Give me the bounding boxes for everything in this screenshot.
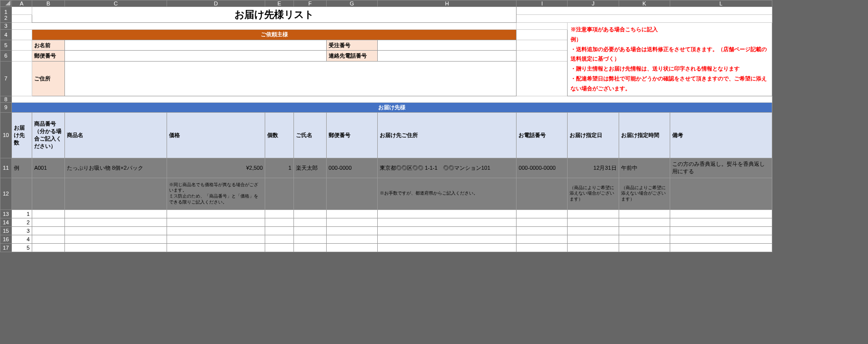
col-header-B[interactable]: B bbox=[32, 0, 64, 7]
col-header-F[interactable]: F bbox=[293, 0, 326, 7]
cell[interactable] bbox=[293, 243, 326, 252]
cell[interactable] bbox=[64, 218, 167, 226]
cell[interactable] bbox=[167, 226, 265, 235]
col-header-E[interactable]: E bbox=[265, 0, 294, 7]
row-header-15[interactable]: 15 bbox=[0, 226, 12, 235]
rownum-1[interactable]: 1 bbox=[11, 209, 32, 218]
row-header-16[interactable]: 16 bbox=[0, 235, 12, 243]
row-header-14[interactable]: 14 bbox=[0, 218, 12, 226]
cell[interactable] bbox=[293, 226, 326, 235]
cell-A4[interactable] bbox=[11, 29, 32, 40]
cell[interactable] bbox=[568, 243, 619, 252]
cell-I2[interactable] bbox=[517, 15, 772, 23]
cell[interactable] bbox=[619, 235, 670, 243]
col-header-D[interactable]: D bbox=[167, 0, 265, 7]
cell[interactable] bbox=[64, 226, 167, 235]
cell[interactable] bbox=[293, 209, 326, 218]
cell[interactable] bbox=[517, 209, 568, 218]
row-header-13[interactable]: 13 bbox=[0, 209, 12, 218]
rownum-3[interactable]: 3 bbox=[11, 226, 32, 235]
col-header-J[interactable]: J bbox=[568, 0, 619, 7]
cell[interactable] bbox=[619, 226, 670, 235]
cell[interactable] bbox=[265, 209, 294, 218]
cell[interactable] bbox=[167, 235, 265, 243]
cell-I5[interactable] bbox=[517, 40, 568, 51]
cell[interactable] bbox=[167, 218, 265, 226]
cell-A3[interactable] bbox=[11, 23, 517, 30]
cell-I1[interactable] bbox=[517, 7, 772, 15]
cell[interactable] bbox=[377, 226, 516, 235]
cell-I3[interactable] bbox=[517, 23, 568, 30]
name-input[interactable] bbox=[64, 40, 326, 51]
title[interactable]: お届け先様リスト bbox=[32, 7, 516, 23]
cell[interactable] bbox=[64, 243, 167, 252]
row-header-6[interactable]: 6 bbox=[0, 51, 12, 61]
cell-A2[interactable] bbox=[11, 15, 32, 23]
cell[interactable] bbox=[265, 235, 294, 243]
row-header-12[interactable]: 12 bbox=[0, 178, 12, 209]
cell[interactable] bbox=[670, 209, 772, 218]
col-header-I[interactable]: I bbox=[517, 0, 568, 7]
rownum-5[interactable]: 5 bbox=[11, 243, 32, 252]
spreadsheet-grid[interactable]: A B C D E F G H I J K L 12 お届け先様リスト 3 ※注… bbox=[0, 0, 772, 252]
row-header-3[interactable]: 3 bbox=[0, 23, 12, 30]
cell[interactable] bbox=[517, 235, 568, 243]
cell-A7[interactable] bbox=[11, 61, 32, 96]
cell[interactable] bbox=[326, 243, 377, 252]
row-header-17[interactable]: 17 bbox=[0, 243, 12, 252]
cell[interactable] bbox=[619, 243, 670, 252]
cell[interactable] bbox=[293, 218, 326, 226]
cell[interactable] bbox=[326, 218, 377, 226]
zip-input[interactable] bbox=[64, 51, 326, 61]
row-header-11[interactable]: 11 bbox=[0, 158, 12, 178]
cell[interactable] bbox=[568, 218, 619, 226]
cell[interactable] bbox=[326, 209, 377, 218]
col-header-H[interactable]: H bbox=[377, 0, 516, 7]
recipient-header[interactable]: お届け先様 bbox=[11, 102, 772, 112]
order-input[interactable] bbox=[377, 40, 516, 51]
col-header-G[interactable]: G bbox=[326, 0, 377, 7]
cell-I6[interactable] bbox=[517, 51, 568, 61]
row-header-4[interactable]: 4 bbox=[0, 29, 12, 40]
addr-input[interactable] bbox=[64, 61, 516, 96]
cell[interactable] bbox=[670, 243, 772, 252]
cell-I4[interactable] bbox=[517, 29, 568, 40]
cell[interactable] bbox=[619, 209, 670, 218]
cell[interactable] bbox=[517, 243, 568, 252]
table-row[interactable]: 15 3 bbox=[0, 226, 772, 235]
row-header-1-2[interactable]: 12 bbox=[0, 7, 12, 23]
rownum-2[interactable]: 2 bbox=[11, 218, 32, 226]
cell[interactable] bbox=[167, 243, 265, 252]
phone-input[interactable] bbox=[377, 51, 516, 61]
cell[interactable] bbox=[265, 243, 294, 252]
table-row[interactable]: 14 2 bbox=[0, 218, 772, 226]
col-header-C[interactable]: C bbox=[64, 0, 167, 7]
notice-box[interactable]: ※注意事項がある場合こちらに記入 例） ・送料追加の必要がある場合は送料修正をさ… bbox=[568, 23, 772, 96]
cell[interactable] bbox=[670, 235, 772, 243]
requester-header[interactable]: ご依頼主様 bbox=[32, 29, 516, 40]
rownum-4[interactable]: 4 bbox=[11, 235, 32, 243]
row-header-5[interactable]: 5 bbox=[0, 40, 12, 51]
cell[interactable] bbox=[517, 218, 568, 226]
col-header-L[interactable]: L bbox=[670, 0, 772, 7]
cell[interactable] bbox=[167, 209, 265, 218]
cell[interactable] bbox=[568, 209, 619, 218]
select-all-corner[interactable] bbox=[0, 0, 12, 7]
cell[interactable] bbox=[670, 218, 772, 226]
cell[interactable] bbox=[265, 226, 294, 235]
table-row[interactable]: 16 4 bbox=[0, 235, 772, 243]
cell[interactable] bbox=[32, 235, 64, 243]
cell[interactable] bbox=[64, 235, 167, 243]
cell[interactable] bbox=[377, 243, 516, 252]
row-header-7[interactable]: 7 bbox=[0, 61, 12, 96]
cell-A6[interactable] bbox=[11, 51, 32, 61]
row-header-9[interactable]: 9 bbox=[0, 102, 12, 112]
cell[interactable] bbox=[377, 218, 516, 226]
cell[interactable] bbox=[32, 209, 64, 218]
row-header-8[interactable]: 8 bbox=[0, 96, 12, 102]
cell[interactable] bbox=[326, 226, 377, 235]
cell[interactable] bbox=[670, 226, 772, 235]
cell-A5[interactable] bbox=[11, 40, 32, 51]
row-header-10[interactable]: 10 bbox=[0, 112, 12, 158]
cell-A8[interactable] bbox=[11, 96, 772, 102]
